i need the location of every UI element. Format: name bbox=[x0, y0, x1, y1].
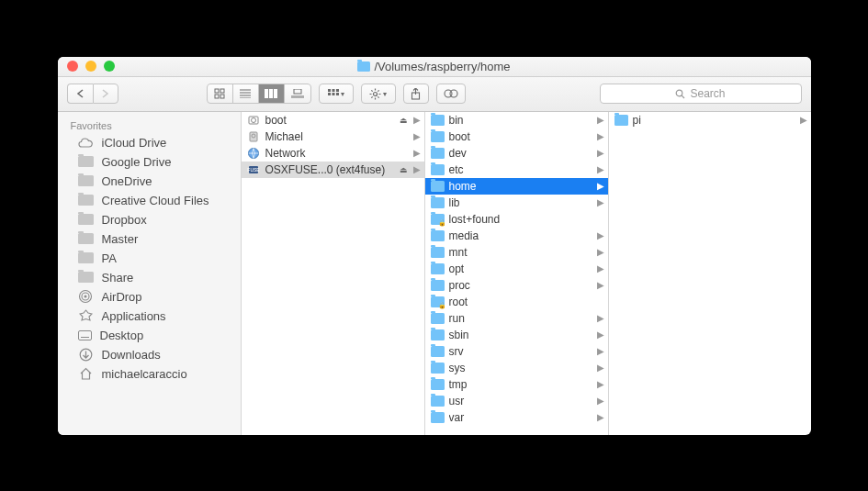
folder-icon bbox=[78, 272, 94, 283]
sidebar-item-downloads[interactable]: Downloads bbox=[58, 345, 241, 364]
file-row[interactable]: boot▶ bbox=[425, 128, 608, 145]
file-row[interactable]: mnt▶ bbox=[425, 244, 608, 261]
svg-rect-15 bbox=[332, 89, 334, 92]
file-row[interactable]: opt▶ bbox=[425, 261, 608, 277]
file-row[interactable]: etc▶ bbox=[425, 162, 608, 178]
file-row[interactable]: var▶ bbox=[425, 409, 608, 426]
traffic-lights bbox=[58, 61, 115, 72]
sidebar-item-label: AirDrop bbox=[102, 290, 142, 304]
file-row[interactable]: srv▶ bbox=[425, 343, 608, 360]
file-name: bin bbox=[449, 114, 593, 127]
sidebar-item-creative-cloud-files[interactable]: Creative Cloud Files bbox=[58, 191, 241, 210]
folder-icon bbox=[431, 131, 445, 142]
finder-window: /Volumes/raspberry/home ▾ ▾ Search Favor… bbox=[58, 57, 811, 435]
svg-rect-1 bbox=[220, 89, 224, 93]
sidebar-item-desktop[interactable]: Desktop bbox=[58, 326, 241, 345]
eject-icon[interactable]: ⏏ bbox=[400, 116, 408, 125]
svg-rect-9 bbox=[269, 89, 273, 98]
folder-icon bbox=[78, 233, 94, 244]
sidebar-item-pa[interactable]: PA bbox=[58, 249, 241, 268]
file-row[interactable]: lost+found bbox=[425, 211, 608, 228]
sidebar-item-applications[interactable]: Applications bbox=[58, 307, 241, 326]
action-button[interactable]: ▾ bbox=[361, 84, 396, 104]
sidebar-item-master[interactable]: Master bbox=[58, 229, 241, 249]
file-row[interactable]: boot⏏▶ bbox=[242, 112, 424, 128]
chevron-right-icon: ▶ bbox=[597, 363, 604, 373]
file-name: opt bbox=[449, 262, 593, 275]
sidebar-item-label: Google Drive bbox=[102, 155, 172, 169]
forward-button[interactable] bbox=[93, 84, 118, 104]
chevron-right-icon: ▶ bbox=[597, 230, 604, 240]
sidebar-item-michaelcaraccio[interactable]: michaelcaraccio bbox=[58, 364, 241, 384]
svg-rect-3 bbox=[220, 95, 224, 98]
file-name: Network bbox=[265, 147, 410, 160]
file-row[interactable]: pi▶ bbox=[609, 112, 811, 128]
file-row[interactable]: home▶ bbox=[425, 178, 608, 195]
file-name: etc bbox=[449, 163, 593, 176]
svg-point-33 bbox=[677, 90, 683, 96]
sidebar-item-airdrop[interactable]: AirDrop bbox=[58, 287, 241, 307]
file-row[interactable]: lib▶ bbox=[425, 195, 608, 211]
back-button[interactable] bbox=[67, 84, 93, 104]
list-view-button[interactable] bbox=[233, 84, 259, 103]
chevron-right-icon: ▶ bbox=[597, 313, 604, 323]
file-row[interactable]: run▶ bbox=[425, 310, 608, 327]
file-row[interactable]: Network▶ bbox=[242, 145, 424, 162]
file-row[interactable]: sbin▶ bbox=[425, 327, 608, 343]
file-name: media bbox=[449, 229, 593, 242]
minimize-button[interactable] bbox=[85, 61, 96, 72]
tags-button[interactable] bbox=[436, 84, 466, 104]
svg-rect-8 bbox=[265, 89, 268, 98]
file-name: Michael bbox=[265, 130, 410, 143]
close-button[interactable] bbox=[67, 61, 78, 72]
folder-icon bbox=[78, 214, 94, 225]
sidebar-item-google-drive[interactable]: Google Drive bbox=[58, 152, 241, 172]
arrange-button[interactable]: ▾ bbox=[319, 84, 354, 104]
file-row[interactable]: media▶ bbox=[425, 228, 608, 244]
icon-view-button[interactable] bbox=[208, 84, 233, 103]
sidebar-item-onedrive[interactable]: OneDrive bbox=[58, 172, 241, 191]
file-name: pi bbox=[633, 114, 796, 127]
sidebar-item-label: OneDrive bbox=[102, 174, 152, 188]
chevron-right-icon: ▶ bbox=[597, 396, 604, 406]
network-icon bbox=[247, 147, 261, 160]
folder-icon bbox=[431, 197, 445, 208]
sidebar-item-label: Desktop bbox=[100, 329, 144, 342]
svg-rect-16 bbox=[336, 89, 339, 92]
file-row[interactable]: sys▶ bbox=[425, 360, 608, 376]
file-row[interactable]: bin▶ bbox=[425, 112, 608, 128]
sidebar-item-dropbox[interactable]: Dropbox bbox=[58, 210, 241, 229]
chevron-right-icon: ▶ bbox=[597, 280, 604, 290]
sidebar-item-label: Share bbox=[102, 271, 134, 285]
file-row[interactable]: usr▶ bbox=[425, 393, 608, 409]
search-icon bbox=[675, 89, 685, 99]
file-row[interactable]: FUSEOSXFUSE...0 (ext4fuse)⏏▶ bbox=[242, 162, 424, 178]
file-row[interactable]: root bbox=[425, 294, 608, 310]
share-button[interactable] bbox=[403, 84, 429, 104]
column-view-button[interactable] bbox=[259, 84, 285, 103]
eject-icon[interactable]: ⏏ bbox=[400, 165, 408, 174]
chevron-right-icon: ▶ bbox=[413, 148, 421, 158]
file-name: dev bbox=[449, 147, 593, 160]
folder-icon bbox=[431, 346, 445, 357]
folder-icon bbox=[431, 148, 445, 159]
zoom-button[interactable] bbox=[104, 61, 115, 72]
folder-icon bbox=[431, 263, 445, 274]
file-row[interactable]: proc▶ bbox=[425, 277, 608, 294]
folder-icon bbox=[78, 175, 94, 186]
coverflow-view-button[interactable] bbox=[285, 84, 310, 103]
search-input[interactable]: Search bbox=[600, 84, 802, 104]
sidebar-item-icloud-drive[interactable]: iCloud Drive bbox=[58, 133, 241, 152]
file-name: proc bbox=[449, 279, 593, 292]
chevron-right-icon: ▶ bbox=[800, 115, 807, 125]
folder-icon bbox=[78, 156, 94, 167]
svg-line-26 bbox=[378, 96, 378, 97]
file-row[interactable]: tmp▶ bbox=[425, 376, 608, 393]
window-title-text: /Volumes/raspberry/home bbox=[374, 60, 510, 73]
sidebar-item-label: michaelcaraccio bbox=[102, 367, 187, 381]
sidebar-item-label: iCloud Drive bbox=[102, 136, 167, 150]
titlebar[interactable]: /Volumes/raspberry/home bbox=[58, 57, 811, 77]
file-row[interactable]: dev▶ bbox=[425, 145, 608, 162]
sidebar-item-share[interactable]: Share bbox=[58, 268, 241, 287]
file-row[interactable]: Michael▶ bbox=[242, 128, 424, 145]
